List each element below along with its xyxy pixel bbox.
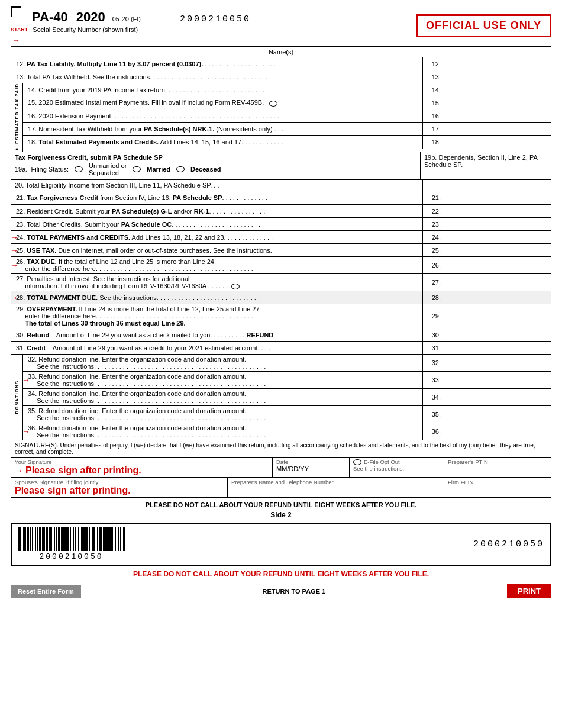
filing-status-row: 19a. Filing Status: Unmarried orSeparate… <box>15 161 416 178</box>
start-row: START Social Security Number (shown firs… <box>11 26 251 33</box>
line-36-num: 36. <box>423 423 444 440</box>
arrow-start: → <box>11 36 251 45</box>
line-32-entry[interactable] <box>444 355 551 371</box>
doc-number: 2000210050 <box>180 14 251 24</box>
line-23-entry[interactable] <box>444 218 551 230</box>
page: PA-40 2020 05-20 (FI) 2000210050 START S… <box>0 0 562 728</box>
line-28-row: → 28. TOTAL PAYMENT DUE. See the instruc… <box>11 291 551 304</box>
line-27-text: 27. Penalties and Interest. See the inst… <box>11 274 423 291</box>
line-20-row: 20. Total Eligibility Income from Sectio… <box>11 180 551 191</box>
preparer-field[interactable]: Preparer's Name and Telephone Number <box>228 478 444 497</box>
names-label: Name(s) <box>269 49 293 56</box>
line-25-arrow: → <box>10 246 18 255</box>
line-17-entry[interactable] <box>444 123 551 135</box>
married-label: Married <box>147 166 170 173</box>
line-27-oval[interactable] <box>231 284 240 289</box>
line-15-entry[interactable] <box>444 96 551 109</box>
return-button[interactable]: RETURN TO PAGE 1 <box>256 585 333 598</box>
doc-number-bottom: 2000210050 <box>473 539 544 549</box>
names-row: Name(s) <box>11 46 551 57</box>
line-18-entry[interactable] <box>444 136 551 149</box>
line-33-entry[interactable] <box>444 372 551 388</box>
line-36-row: → 36. Refund donation line. Enter the or… <box>23 423 551 440</box>
ptin-label: Preparer's PTIN <box>448 459 547 465</box>
sign-after-label: Please sign after printing. <box>25 465 141 476</box>
married-oval[interactable] <box>133 166 141 172</box>
ptin-field[interactable]: Preparer's PTIN <box>444 458 551 477</box>
line-35-entry[interactable] <box>444 406 551 423</box>
date-label: Date <box>276 459 345 465</box>
line-30-entry[interactable] <box>444 328 551 341</box>
sign-after-label2: Please sign after printing. <box>15 485 224 496</box>
line-25-entry[interactable] <box>444 244 551 256</box>
line-33-text: 33. Refund donation line. Enter the orga… <box>23 372 423 388</box>
line-32-num: 32. <box>423 355 444 371</box>
line-20-entry[interactable] <box>444 180 551 191</box>
line-28-entry[interactable] <box>444 291 551 304</box>
deceased-oval[interactable] <box>176 166 185 172</box>
line-16-num: 16. <box>423 109 444 122</box>
line-25-row: → 25. USE TAX. Due on internet, mail ord… <box>11 244 551 257</box>
efile-opt-field: E-File Opt Out See the instructions. <box>350 458 444 477</box>
efile-oval[interactable] <box>353 459 361 465</box>
line19a-label: 19a. Filing Status: <box>15 166 69 173</box>
signature-section: SIGNATURE(S). Under penalties of perjury… <box>11 440 551 498</box>
line-29-num: 29. <box>423 304 444 328</box>
form-id-label: PA-40 <box>32 9 68 25</box>
line-27-num: 27. <box>423 274 444 291</box>
line-15-row: 15. 2020 Estimated Installment Payments.… <box>23 96 551 109</box>
line-21-entry[interactable] <box>444 191 551 204</box>
sig-row2: Spouse's Signature, if filing jointly Pl… <box>11 478 551 497</box>
line-16-entry[interactable] <box>444 109 551 122</box>
line-15-num: 15. <box>423 96 444 109</box>
start-label: START <box>11 27 28 33</box>
line-25-num: 25. <box>423 244 444 256</box>
line-33-arrow: → <box>22 375 30 385</box>
line-29-row: 29. OVERPAYMENT. If Line 24 is more than… <box>11 304 551 328</box>
estimated-tax-lines: 14. Credit from your 2019 PA Income Tax … <box>23 83 551 152</box>
line-24-entry[interactable] <box>444 231 551 243</box>
date-field[interactable]: Date MM/DD/YY <box>273 458 350 477</box>
line-23-text: 23. Total Other Credits. Submit your PA … <box>11 218 423 230</box>
line-14-entry[interactable] <box>444 83 551 96</box>
header: PA-40 2020 05-20 (FI) 2000210050 START S… <box>11 6 551 45</box>
line-31-entry[interactable] <box>444 342 551 354</box>
line-24-arrow: → <box>10 233 18 242</box>
sig-arrow1: → <box>15 466 23 475</box>
barcode-number: 2000210050 <box>39 552 103 561</box>
tf-19b-text: Dependents, Section II, Line 2, PA Sched… <box>424 154 537 168</box>
ssn-label: Social Security Number (shown first) <box>33 26 138 33</box>
footer-refund-notice: PLEASE DO NOT CALL ABOUT YOUR REFUND UNT… <box>11 568 551 580</box>
line-26-arrow: → <box>10 260 18 270</box>
fein-field[interactable]: Firm FEIN <box>444 478 551 497</box>
line-15-oval[interactable] <box>269 101 277 107</box>
efile-instructions: See the instructions. <box>353 465 440 472</box>
reset-button[interactable]: Reset Entire Form <box>11 585 81 598</box>
line-26-entry[interactable] <box>444 257 551 273</box>
line-34-entry[interactable] <box>444 389 551 405</box>
line-24-text: 24. TOTAL PAYMENTS and CREDITS. Add Line… <box>11 231 423 243</box>
line-13-num: 13. <box>423 70 444 83</box>
line-22-num: 22. <box>423 205 444 217</box>
line-30-text: 30. Refund – Amount of Line 29 you want … <box>11 328 423 341</box>
line-13-entry[interactable] <box>444 70 551 83</box>
print-button[interactable]: PRINT <box>507 584 551 598</box>
line-25-text: 25. USE TAX. Due on internet, mail order… <box>11 244 423 256</box>
line-20-text: 20. Total Eligibility Income from Sectio… <box>11 180 423 191</box>
line-12-entry[interactable] <box>444 57 551 70</box>
bottom-buttons: Reset Entire Form RETURN TO PAGE 1 PRINT <box>11 580 551 598</box>
unmarried-oval[interactable] <box>75 166 83 172</box>
line-23-num: 23. <box>423 218 444 230</box>
line-36-entry[interactable] <box>444 423 551 440</box>
lines-container: 12. PA Tax Liability. Multiply Line 11 b… <box>11 57 551 440</box>
line-26-num: 26. <box>423 257 444 273</box>
line-29-entry[interactable] <box>444 304 551 328</box>
line-22-entry[interactable] <box>444 205 551 217</box>
line-21-text: 21. Tax Forgiveness Credit from Section … <box>11 191 423 204</box>
unmarried-label: Unmarried orSeparated <box>89 162 127 176</box>
line-29-text: 29. OVERPAYMENT. If Line 24 is more than… <box>11 304 423 328</box>
line-35-num: 35. <box>423 406 444 423</box>
line-14-num: 14. <box>423 83 444 96</box>
line-27-entry[interactable] <box>444 274 551 291</box>
footer-section: PLEASE DO NOT CALL ABOUT YOUR REFUND UNT… <box>11 498 551 580</box>
